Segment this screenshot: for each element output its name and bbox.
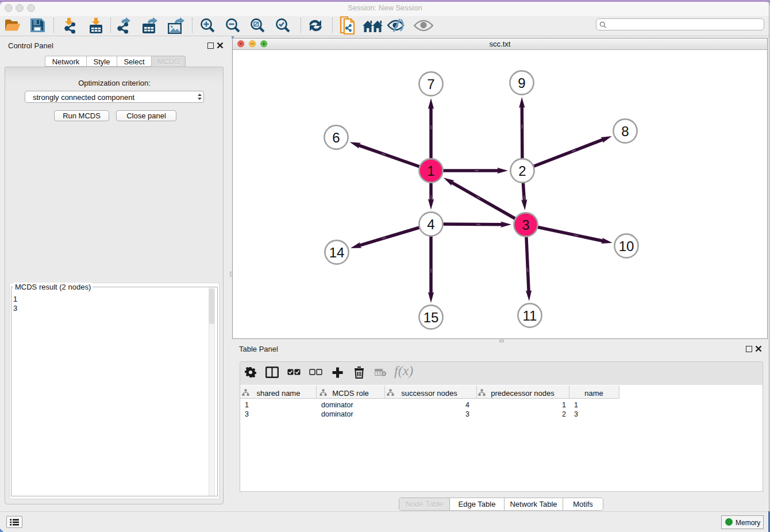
svg-text:14: 14 — [329, 245, 345, 260]
svg-text:9: 9 — [518, 75, 525, 91]
svg-text:11: 11 — [523, 308, 537, 323]
svg-text:2: 2 — [518, 163, 526, 179]
svg-text:8: 8 — [621, 124, 629, 139]
svg-text:7: 7 — [427, 76, 434, 92]
svg-text:4: 4 — [427, 217, 434, 232]
svg-text:15: 15 — [424, 310, 439, 325]
svg-text:1: 1 — [427, 163, 434, 179]
svg-text:3: 3 — [522, 217, 529, 233]
svg-text:6: 6 — [332, 130, 340, 145]
svg-text:10: 10 — [619, 238, 634, 254]
